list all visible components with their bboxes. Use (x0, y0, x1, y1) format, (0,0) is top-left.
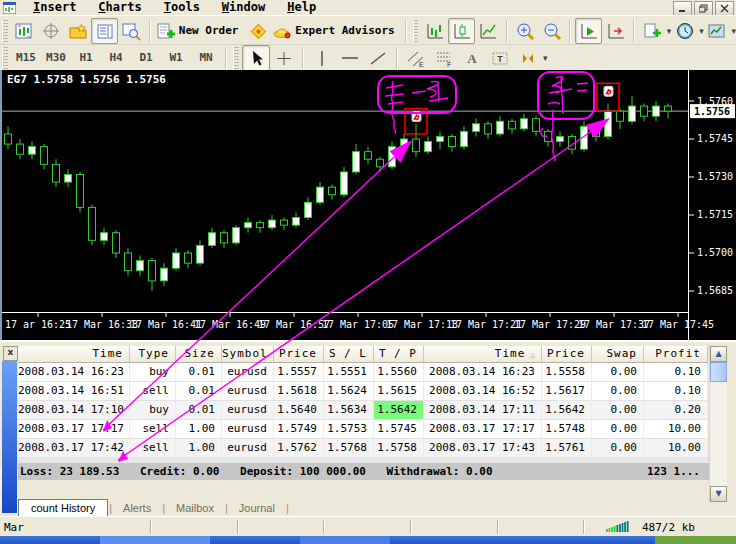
equidistant-channel-tool-button[interactable]: E (402, 45, 430, 71)
price-chart[interactable]: 1.57601.57451.57301.57151.57001.56851.57… (2, 70, 736, 340)
trendline-tool-button[interactable] (364, 45, 392, 71)
cell: 1.00 (176, 420, 222, 439)
svg-text:17 Mar 17:45: 17 Mar 17:45 (642, 319, 714, 330)
toolbar-separator (633, 20, 635, 42)
terminal-scrollbar[interactable]: ▲ ▼ (709, 346, 727, 502)
crosshair-tool-button[interactable] (270, 45, 298, 71)
history-row-1[interactable]: 2008.03.14 16:23buy0.01eurusd1.55571.555… (18, 363, 710, 382)
svg-text:1.5700: 1.5700 (697, 247, 733, 258)
column-header-profit-close[interactable]: Profit (644, 346, 708, 363)
cell: buy (130, 401, 176, 420)
dropdown-caret-icon[interactable]: ▾ (543, 53, 548, 63)
periods-clock-icon[interactable] (671, 18, 698, 44)
expert-advisors-button[interactable]: Expert Advisors (271, 21, 400, 41)
timeframe-button-h4[interactable]: H4 (101, 47, 131, 69)
tab-mailbox[interactable]: Mailbox (166, 500, 224, 516)
history-row-5[interactable]: 2008.03.17 17:42sell1.00eurusd1.57621.57… (18, 439, 710, 458)
terminal-panel: x Terminal TimeTypeSizeSymbolPriceS / LT… (0, 340, 736, 518)
tab-journal[interactable]: Journal (229, 500, 285, 516)
market-watch-icon[interactable] (91, 18, 118, 44)
close-button[interactable] (715, 1, 734, 16)
terminal-close-button[interactable]: x (3, 346, 18, 361)
column-header-symbol[interactable]: Symbol (222, 346, 274, 363)
column-header-sl[interactable]: S / L (324, 346, 374, 363)
timeframe-button-h1[interactable]: H1 (71, 47, 101, 69)
cell: 0.00 (592, 382, 644, 401)
scroll-up-button[interactable]: ▲ (710, 346, 727, 362)
chart-shift-icon[interactable] (602, 18, 629, 44)
toolbar-separator (405, 20, 407, 42)
cursor-tool-button[interactable] (242, 45, 270, 71)
column-header-swap-close[interactable]: Swap (592, 346, 644, 363)
chart-window-icon[interactable] (11, 18, 38, 44)
arrows-tool-button[interactable] (514, 45, 542, 71)
menu-help[interactable]: Help (276, 0, 327, 15)
bar-chart-icon[interactable] (421, 18, 448, 44)
dropdown-caret-icon[interactable]: ▾ (732, 26, 736, 36)
zoom-out-icon[interactable] (539, 18, 566, 44)
taskbar-tray-segment (655, 536, 736, 544)
expert-advisors-label: Expert Advisors (295, 24, 394, 37)
menu-window[interactable]: Window (211, 0, 276, 15)
fibonacci-tool-button[interactable]: F (430, 45, 458, 71)
svg-text:17 Mar 16:57: 17 Mar 16:57 (258, 319, 330, 330)
menu-tools[interactable]: Tools (153, 0, 211, 15)
timeframe-button-m30[interactable]: M30 (41, 47, 71, 69)
expert-hat-icon (271, 21, 293, 41)
tab-alerts[interactable]: Alerts (113, 500, 161, 516)
candlestick-chart-icon[interactable] (448, 18, 475, 44)
text-tool-button[interactable]: A (458, 45, 486, 71)
toolbar-gripper[interactable] (2, 47, 8, 69)
new-chart-icon[interactable] (639, 18, 666, 44)
connection-traffic-text: 487/2 kb (642, 521, 695, 534)
navigator-search-icon[interactable] (118, 18, 145, 44)
history-row-2[interactable]: 2008.03.14 16:51sell0.01eurusd1.56181.56… (18, 382, 710, 401)
scrollbar-thumb[interactable] (710, 362, 727, 382)
template-icon[interactable] (704, 18, 731, 44)
text-label-tool-button[interactable]: T (486, 45, 514, 71)
menu-insert[interactable]: Insert (22, 0, 87, 15)
horizontal-line-tool-button[interactable] (336, 45, 364, 71)
svg-text:1.5730: 1.5730 (697, 171, 733, 182)
column-header-tp[interactable]: T / P (374, 346, 424, 363)
cell: 1.5558 (542, 363, 592, 382)
column-header-price[interactable]: Price (274, 346, 324, 363)
cell: eurusd (222, 439, 274, 458)
toolbar-gripper[interactable] (2, 20, 8, 42)
history-row-3[interactable]: 2008.03.14 17:10buy0.01eurusd1.56401.563… (18, 401, 710, 420)
cell: 1.5768 (324, 439, 374, 458)
auto-scroll-icon[interactable] (575, 18, 602, 44)
column-header-price-close[interactable]: Price (542, 346, 592, 363)
column-header-time-close[interactable]: Time △ (424, 346, 542, 363)
timeframe-button-w1[interactable]: W1 (161, 47, 191, 69)
svg-text:17 Mar 17:29: 17 Mar 17:29 (514, 319, 586, 330)
zoom-in-icon[interactable] (512, 18, 539, 44)
new-order-label: New Order (179, 24, 239, 37)
cell: 2008.03.14 16:23 (18, 363, 130, 382)
toolbar-gripper[interactable] (413, 20, 419, 42)
menu-charts[interactable]: Charts (87, 0, 152, 15)
timeframe-button-m15[interactable]: M15 (11, 47, 41, 69)
cell: eurusd (222, 401, 274, 420)
profiles-folder-icon[interactable] (64, 18, 91, 44)
column-header-time[interactable]: Time (18, 346, 130, 363)
cell: 2008.03.17 17:17 (18, 420, 130, 439)
standard-toolbar: New OrderExpert Advisors▾▾▾ (0, 15, 736, 45)
toolbar-gripper[interactable] (233, 47, 239, 69)
column-header-size[interactable]: Size (176, 346, 222, 363)
minimize-button[interactable] (673, 1, 692, 16)
warning-diamond-icon[interactable] (244, 18, 271, 44)
history-row-4[interactable]: 2008.03.17 17:17sell1.00eurusd1.57491.57… (18, 420, 710, 439)
crosshair-target-icon[interactable] (38, 18, 65, 44)
timeframe-button-d1[interactable]: D1 (131, 47, 161, 69)
timeframe-button-mn[interactable]: MN (191, 47, 221, 69)
tab-count-history[interactable]: count History (18, 499, 108, 516)
line-chart-icon[interactable] (475, 18, 502, 44)
scroll-down-button[interactable]: ▼ (710, 486, 727, 502)
vertical-line-tool-button[interactable] (308, 45, 336, 71)
restore-button[interactable] (694, 1, 713, 16)
cell: 2008.03.14 16:51 (18, 382, 130, 401)
cell: 0.00 (592, 420, 644, 439)
new-order-button[interactable]: New Order (155, 21, 245, 41)
column-header-type[interactable]: Type (130, 346, 176, 363)
